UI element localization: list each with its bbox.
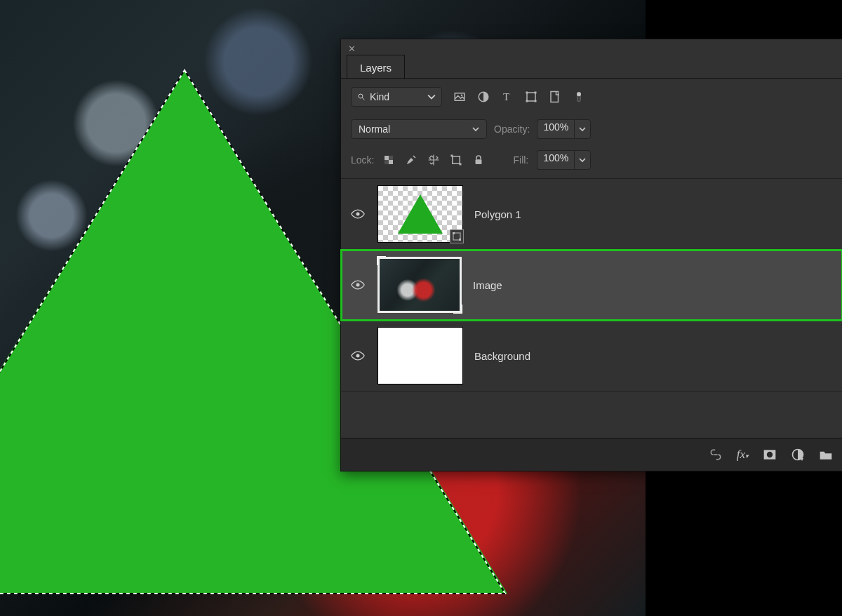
filter-shape-icon[interactable]: [525, 91, 537, 103]
svg-point-2: [359, 94, 363, 98]
adjustment-layer-icon[interactable]: ▾: [791, 448, 805, 462]
fill-stepper[interactable]: [574, 150, 591, 170]
tab-layers[interactable]: Layers: [347, 55, 405, 79]
svg-rect-18: [389, 156, 393, 160]
svg-rect-19: [385, 160, 389, 164]
visibility-toggle[interactable]: [351, 209, 366, 219]
chevron-down-icon: [579, 156, 586, 163]
opacity-label: Opacity:: [494, 123, 530, 135]
layer-thumbnail[interactable]: [377, 257, 462, 313]
lock-artboard-icon[interactable]: [450, 154, 462, 166]
blend-row: Normal Opacity: 100%: [341, 115, 842, 147]
layer-name[interactable]: Background: [474, 350, 530, 362]
svg-rect-16: [385, 156, 389, 160]
svg-rect-8: [527, 93, 535, 101]
svg-rect-22: [460, 163, 462, 166]
svg-rect-9: [526, 92, 528, 94]
svg-rect-20: [453, 156, 460, 164]
fill-label: Fill:: [513, 154, 528, 166]
blend-mode-dropdown[interactable]: Normal: [351, 119, 487, 139]
shape-layer-badge: [450, 229, 464, 243]
chevron-down-icon: [579, 126, 586, 133]
link-layers-icon[interactable]: [709, 448, 723, 461]
eye-icon: [351, 280, 365, 290]
lock-label: Lock:: [351, 154, 374, 166]
visibility-toggle[interactable]: [351, 280, 366, 290]
lock-all-icon[interactable]: [472, 154, 485, 166]
layers-panel: ✕ Layers Kind T Normal: [340, 39, 842, 471]
layer-row-background[interactable]: Background: [341, 321, 842, 391]
svg-point-15: [577, 92, 581, 96]
svg-line-3: [363, 98, 365, 100]
svg-rect-26: [453, 232, 455, 234]
layer-name[interactable]: Image: [473, 279, 502, 291]
group-layers-icon[interactable]: [819, 448, 833, 461]
svg-rect-12: [535, 100, 537, 102]
svg-rect-27: [459, 239, 461, 241]
svg-point-31: [767, 452, 773, 457]
filter-kind-dropdown[interactable]: Kind: [351, 87, 442, 107]
tab-label: Layers: [360, 62, 392, 74]
filter-pixel-icon[interactable]: [453, 91, 466, 103]
svg-rect-13: [551, 92, 559, 102]
lock-brush-icon[interactable]: [405, 154, 417, 166]
layer-name[interactable]: Polygon 1: [474, 208, 521, 220]
layer-row-polygon[interactable]: Polygon 1: [341, 179, 842, 250]
svg-rect-11: [526, 100, 528, 102]
chevron-down-icon: [427, 93, 436, 101]
eye-icon: [351, 209, 365, 219]
svg-rect-17: [389, 160, 393, 164]
search-icon: [357, 93, 366, 101]
add-mask-icon[interactable]: [763, 448, 777, 461]
svg-point-24: [356, 213, 360, 216]
svg-rect-21: [451, 155, 453, 157]
lock-row: Lock: Fill: 100%: [341, 147, 842, 178]
lock-position-icon[interactable]: [427, 154, 440, 166]
layer-effects-button[interactable]: fx▾: [737, 448, 749, 462]
opacity-stepper[interactable]: [574, 119, 591, 139]
svg-rect-23: [476, 159, 482, 164]
lock-transparency-icon[interactable]: [382, 154, 395, 166]
fill-input[interactable]: 100%: [537, 150, 574, 170]
visibility-toggle[interactable]: [351, 351, 366, 361]
svg-text:T: T: [503, 91, 509, 102]
filter-kind-label: Kind: [370, 91, 389, 102]
svg-rect-10: [535, 92, 537, 94]
layer-row-image[interactable]: Image: [341, 250, 842, 321]
svg-text:▾: ▾: [801, 456, 803, 462]
layer-thumbnail[interactable]: [377, 327, 463, 384]
filter-type-icon[interactable]: T: [501, 91, 514, 103]
blend-mode-value: Normal: [359, 123, 390, 135]
layers-list: Polygon 1 Image Background: [341, 178, 842, 391]
svg-point-5: [461, 95, 462, 96]
eye-icon: [351, 351, 365, 361]
svg-point-28: [356, 283, 360, 287]
layer-filter-row: Kind T: [341, 79, 842, 115]
filter-adjustment-icon[interactable]: [477, 91, 490, 103]
filter-smartobject-icon[interactable]: [549, 91, 561, 103]
opacity-input[interactable]: 100%: [537, 119, 574, 139]
layer-thumbnail[interactable]: [377, 185, 463, 243]
layers-footer: fx▾ ▾: [341, 438, 842, 471]
chevron-down-icon: [472, 126, 479, 133]
filter-toggle-icon[interactable]: [573, 91, 585, 103]
svg-point-29: [356, 354, 360, 358]
close-icon[interactable]: ✕: [348, 43, 356, 54]
